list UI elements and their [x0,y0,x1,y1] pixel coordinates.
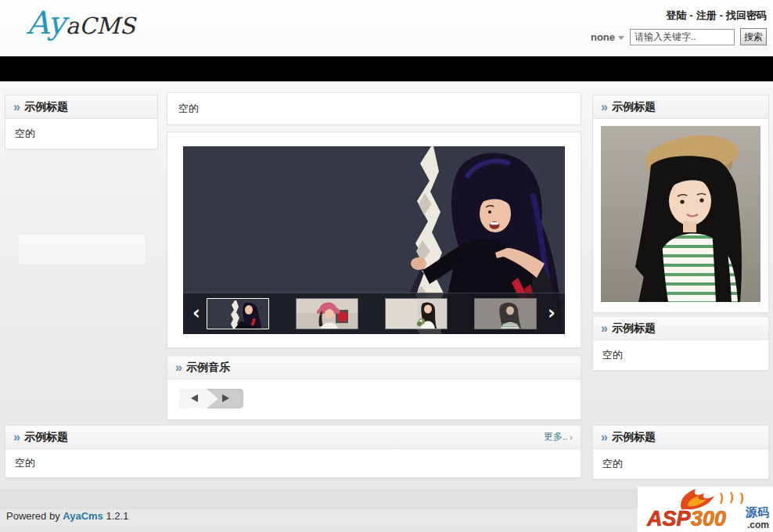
right-box-2-header: » 示例标题 [593,317,768,340]
bottom-box-content: 空的 [5,449,581,477]
search-bar: none 搜索 [591,28,767,45]
com-text: .com [747,519,769,530]
login-link[interactable]: 登陆 [666,9,686,21]
main-empty-content: 空的 [167,93,581,124]
right-box-2-content: 空的 [593,340,768,370]
double-chevron-icon: » [601,100,606,114]
dropdown-arrow-icon [618,36,624,40]
carousel-thumbnail-strip: ‹ [183,293,565,334]
right-box-1-header: » 示例标题 [593,95,768,119]
bottom-box: » 示例标题 更多.. › 空的 [5,425,581,478]
double-chevron-icon: » [175,361,181,375]
right-box-1: » 示例标题 [592,95,769,313]
double-chevron-icon: » [13,430,19,444]
music-box-content [167,379,581,419]
asp-text: ASP [646,507,692,530]
logo-text-dark: aCMS [66,13,135,39]
carousel-thumbnail-1[interactable] [207,298,269,329]
nav-bar [0,56,773,81]
search-scope-dropdown[interactable]: none [591,31,624,43]
link-separator: - [689,9,692,21]
right-box-3-header: » 示例标题 [593,426,768,449]
carousel-thumbnail-2[interactable] [296,298,358,329]
left-box-title: 示例标题 [24,100,68,114]
thumbnail-2-image [297,299,358,329]
carousel-next-icon[interactable]: › [548,303,555,323]
num-text: 300 [691,507,726,530]
find-password-link[interactable]: 找回密码 [726,9,767,21]
double-chevron-icon: » [13,100,19,114]
site-logo[interactable]: AyaCMS [27,5,135,41]
version-text: 1.2.1 [106,510,128,522]
more-link[interactable]: 更多.. [544,430,568,444]
play-icon[interactable] [222,394,229,402]
right-box-3-content: 空的 [593,449,768,479]
thumbnail-3-image [386,299,447,329]
carousel-stage: ‹ [183,146,565,334]
music-box-title: 示例音乐 [186,361,230,375]
music-box-header: » 示例音乐 [167,356,581,379]
link-separator: - [720,9,723,21]
register-link[interactable]: 注册 [696,9,717,21]
left-box-content: 空的 [5,119,157,149]
search-scope-label: none [591,31,615,43]
bottom-box-header: » 示例标题 更多.. › [5,426,581,449]
carousel-box: ‹ [167,131,581,348]
page: AyaCMS 登陆-注册-找回密码 none 搜索 » 示例标题 空的 空的 [0,0,773,532]
cn-text: 源码 [745,505,769,519]
bottom-box-title: 示例标题 [24,430,68,444]
asp300-watermark: ASP 300 源码 .com [638,487,773,532]
left-sidebar-box: » 示例标题 空的 [5,95,158,149]
asp300-logo: ASP 300 源码 .com [638,487,773,532]
empty-placeholder [19,235,145,264]
right-box-3: » 示例标题 空的 [592,425,769,480]
music-box: » 示例音乐 [167,355,581,420]
player-left-segment [179,389,218,408]
right-box-3-title: 示例标题 [612,430,656,444]
search-input[interactable] [630,29,735,45]
account-links: 登陆-注册-找回密码 [666,9,767,23]
ayacms-link[interactable]: AyaCms [63,510,103,522]
right-box-1-title: 示例标题 [612,100,656,114]
logo-text-blue: Ay [27,5,66,41]
double-chevron-icon: » [601,430,606,444]
carousel-prev-icon[interactable]: ‹ [192,303,200,323]
powered-by: Powered by AyaCms 1.2.1 [6,510,128,522]
thumbnail-1-image [207,299,268,329]
right-box-1-content [593,119,768,312]
main-empty-box: 空的 [167,92,581,125]
left-box-header: » 示例标题 [5,95,157,119]
double-chevron-icon: » [601,322,606,336]
more-arrow-icon: › [570,431,573,443]
thumbnail-4-image [475,299,536,329]
right-box-2: » 示例标题 空的 [592,316,769,371]
powered-prefix: Powered by [6,510,60,522]
search-button[interactable]: 搜索 [740,28,767,45]
carousel-thumbnail-4[interactable] [474,298,537,329]
right-box-2-title: 示例标题 [612,322,656,336]
sidebar-photo [601,126,760,302]
carousel-thumbnail-3[interactable] [385,298,448,329]
rewind-icon[interactable] [191,394,198,402]
audio-player[interactable] [179,389,243,408]
